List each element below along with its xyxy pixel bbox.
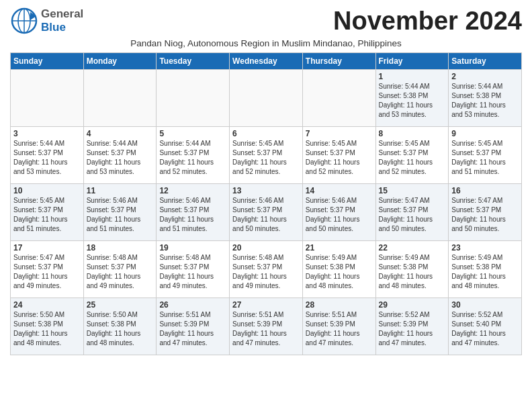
calendar-body: 1Sunrise: 5:44 AM Sunset: 5:38 PM Daylig… xyxy=(11,70,522,355)
day-number: 8 xyxy=(379,129,446,138)
calendar-cell: 8Sunrise: 5:45 AM Sunset: 5:37 PM Daylig… xyxy=(375,127,449,184)
calendar-cell: 4Sunrise: 5:44 AM Sunset: 5:37 PM Daylig… xyxy=(83,127,157,184)
day-info: Sunrise: 5:48 AM Sunset: 5:37 PM Dayligh… xyxy=(159,253,226,291)
day-info: Sunrise: 5:48 AM Sunset: 5:37 PM Dayligh… xyxy=(87,253,154,291)
day-of-week-header: Saturday xyxy=(449,53,522,70)
calendar-cell: 18Sunrise: 5:48 AM Sunset: 5:37 PM Dayli… xyxy=(83,241,157,298)
day-info: Sunrise: 5:47 AM Sunset: 5:37 PM Dayligh… xyxy=(13,253,81,291)
day-info: Sunrise: 5:45 AM Sunset: 5:37 PM Dayligh… xyxy=(232,139,300,177)
day-of-week-header: Monday xyxy=(83,53,157,70)
calendar-cell: 28Sunrise: 5:51 AM Sunset: 5:39 PM Dayli… xyxy=(302,298,375,355)
calendar-cell: 16Sunrise: 5:47 AM Sunset: 5:37 PM Dayli… xyxy=(449,184,522,241)
day-info: Sunrise: 5:52 AM Sunset: 5:40 PM Dayligh… xyxy=(451,310,519,348)
day-number: 2 xyxy=(451,72,519,81)
calendar-cell: 14Sunrise: 5:46 AM Sunset: 5:37 PM Dayli… xyxy=(302,184,375,241)
day-info: Sunrise: 5:51 AM Sunset: 5:39 PM Dayligh… xyxy=(159,310,226,348)
calendar-cell: 27Sunrise: 5:51 AM Sunset: 5:39 PM Dayli… xyxy=(230,298,303,355)
day-info: Sunrise: 5:46 AM Sunset: 5:37 PM Dayligh… xyxy=(87,196,154,234)
day-info: Sunrise: 5:52 AM Sunset: 5:39 PM Dayligh… xyxy=(379,310,446,348)
day-info: Sunrise: 5:50 AM Sunset: 5:38 PM Dayligh… xyxy=(87,310,154,348)
calendar-cell: 3Sunrise: 5:44 AM Sunset: 5:37 PM Daylig… xyxy=(11,127,84,184)
logo-text-line2: Blue xyxy=(41,21,83,34)
calendar-cell xyxy=(302,70,375,127)
day-number: 24 xyxy=(13,300,81,310)
calendar-cell: 6Sunrise: 5:45 AM Sunset: 5:37 PM Daylig… xyxy=(230,127,303,184)
day-number: 16 xyxy=(451,186,519,195)
month-year-heading: November 2024 xyxy=(333,7,522,36)
logo-text-line1: General xyxy=(41,7,83,21)
calendar-week-row: 17Sunrise: 5:47 AM Sunset: 5:37 PM Dayli… xyxy=(11,241,522,298)
calendar-cell: 20Sunrise: 5:48 AM Sunset: 5:37 PM Dayli… xyxy=(230,241,303,298)
day-number: 21 xyxy=(306,243,373,253)
calendar-cell: 13Sunrise: 5:46 AM Sunset: 5:37 PM Dayli… xyxy=(230,184,303,241)
calendar-cell xyxy=(157,70,230,127)
calendar-cell: 1Sunrise: 5:44 AM Sunset: 5:38 PM Daylig… xyxy=(375,70,449,127)
day-of-week-header: Tuesday xyxy=(157,53,230,70)
day-info: Sunrise: 5:44 AM Sunset: 5:37 PM Dayligh… xyxy=(87,139,154,177)
logo: General Blue xyxy=(10,7,83,35)
day-info: Sunrise: 5:45 AM Sunset: 5:37 PM Dayligh… xyxy=(379,139,446,177)
day-of-week-header: Sunday xyxy=(11,53,84,70)
day-number: 11 xyxy=(87,186,154,195)
day-number: 18 xyxy=(87,243,154,253)
calendar-cell: 22Sunrise: 5:49 AM Sunset: 5:38 PM Dayli… xyxy=(375,241,449,298)
calendar-cell: 10Sunrise: 5:45 AM Sunset: 5:37 PM Dayli… xyxy=(11,184,84,241)
calendar-cell: 29Sunrise: 5:52 AM Sunset: 5:39 PM Dayli… xyxy=(375,298,449,355)
calendar-table: SundayMondayTuesdayWednesdayThursdayFrid… xyxy=(10,52,522,355)
day-info: Sunrise: 5:46 AM Sunset: 5:37 PM Dayligh… xyxy=(306,196,373,234)
day-number: 13 xyxy=(232,186,300,195)
day-number: 25 xyxy=(87,300,154,310)
logo-icon xyxy=(10,7,38,35)
day-info: Sunrise: 5:46 AM Sunset: 5:37 PM Dayligh… xyxy=(159,196,226,234)
calendar-week-row: 3Sunrise: 5:44 AM Sunset: 5:37 PM Daylig… xyxy=(11,127,522,184)
calendar-cell: 25Sunrise: 5:50 AM Sunset: 5:38 PM Dayli… xyxy=(83,298,157,355)
day-info: Sunrise: 5:44 AM Sunset: 5:37 PM Dayligh… xyxy=(13,139,81,177)
day-info: Sunrise: 5:48 AM Sunset: 5:37 PM Dayligh… xyxy=(232,253,300,291)
day-number: 9 xyxy=(451,129,519,138)
day-info: Sunrise: 5:47 AM Sunset: 5:37 PM Dayligh… xyxy=(379,196,446,234)
calendar-cell: 12Sunrise: 5:46 AM Sunset: 5:37 PM Dayli… xyxy=(157,184,230,241)
day-info: Sunrise: 5:50 AM Sunset: 5:38 PM Dayligh… xyxy=(13,310,81,348)
calendar-week-row: 1Sunrise: 5:44 AM Sunset: 5:38 PM Daylig… xyxy=(11,70,522,127)
day-of-week-header: Thursday xyxy=(302,53,375,70)
day-number: 15 xyxy=(379,186,446,195)
day-number: 26 xyxy=(159,300,226,310)
day-number: 29 xyxy=(379,300,446,310)
day-info: Sunrise: 5:49 AM Sunset: 5:38 PM Dayligh… xyxy=(306,253,373,291)
day-info: Sunrise: 5:45 AM Sunset: 5:37 PM Dayligh… xyxy=(13,196,81,234)
calendar-cell: 24Sunrise: 5:50 AM Sunset: 5:38 PM Dayli… xyxy=(11,298,84,355)
day-info: Sunrise: 5:49 AM Sunset: 5:38 PM Dayligh… xyxy=(451,253,519,291)
day-info: Sunrise: 5:45 AM Sunset: 5:37 PM Dayligh… xyxy=(451,139,519,177)
calendar-cell xyxy=(11,70,84,127)
day-number: 3 xyxy=(13,129,81,138)
day-info: Sunrise: 5:51 AM Sunset: 5:39 PM Dayligh… xyxy=(232,310,300,348)
calendar-cell: 7Sunrise: 5:45 AM Sunset: 5:37 PM Daylig… xyxy=(302,127,375,184)
calendar-cell: 26Sunrise: 5:51 AM Sunset: 5:39 PM Dayli… xyxy=(157,298,230,355)
day-number: 5 xyxy=(159,129,226,138)
day-info: Sunrise: 5:47 AM Sunset: 5:37 PM Dayligh… xyxy=(451,196,519,234)
day-number: 30 xyxy=(451,300,519,310)
day-number: 1 xyxy=(379,72,446,81)
day-info: Sunrise: 5:44 AM Sunset: 5:38 PM Dayligh… xyxy=(379,82,446,120)
calendar-cell: 15Sunrise: 5:47 AM Sunset: 5:37 PM Dayli… xyxy=(375,184,449,241)
calendar-week-row: 10Sunrise: 5:45 AM Sunset: 5:37 PM Dayli… xyxy=(11,184,522,241)
calendar-cell: 19Sunrise: 5:48 AM Sunset: 5:37 PM Dayli… xyxy=(157,241,230,298)
day-info: Sunrise: 5:49 AM Sunset: 5:38 PM Dayligh… xyxy=(379,253,446,291)
day-info: Sunrise: 5:45 AM Sunset: 5:37 PM Dayligh… xyxy=(306,139,373,177)
day-info: Sunrise: 5:44 AM Sunset: 5:37 PM Dayligh… xyxy=(159,139,226,177)
day-number: 10 xyxy=(13,186,81,195)
day-number: 27 xyxy=(232,300,300,310)
day-info: Sunrise: 5:46 AM Sunset: 5:37 PM Dayligh… xyxy=(232,196,300,234)
month-title: November 2024 xyxy=(333,7,522,36)
calendar-cell: 11Sunrise: 5:46 AM Sunset: 5:37 PM Dayli… xyxy=(83,184,157,241)
day-of-week-header: Friday xyxy=(375,53,449,70)
calendar-cell: 21Sunrise: 5:49 AM Sunset: 5:38 PM Dayli… xyxy=(302,241,375,298)
day-number: 12 xyxy=(159,186,226,195)
day-of-week-header: Wednesday xyxy=(230,53,303,70)
day-number: 22 xyxy=(379,243,446,253)
calendar-header-row: SundayMondayTuesdayWednesdayThursdayFrid… xyxy=(11,53,522,70)
calendar-cell: 2Sunrise: 5:44 AM Sunset: 5:38 PM Daylig… xyxy=(449,70,522,127)
calendar-cell: 9Sunrise: 5:45 AM Sunset: 5:37 PM Daylig… xyxy=(449,127,522,184)
day-number: 17 xyxy=(13,243,81,253)
calendar-cell: 30Sunrise: 5:52 AM Sunset: 5:40 PM Dayli… xyxy=(449,298,522,355)
